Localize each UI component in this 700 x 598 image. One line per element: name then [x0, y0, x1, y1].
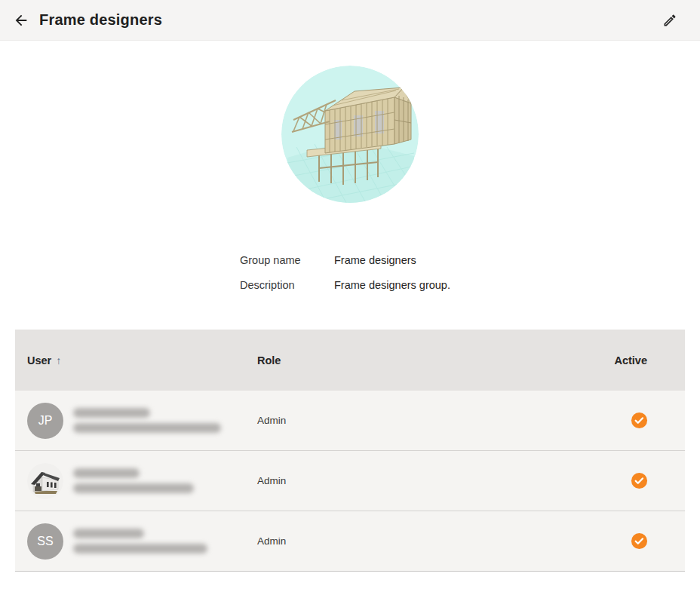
house-photo-avatar [27, 463, 63, 499]
table-header: User ↑ Role Active [15, 330, 685, 391]
table-row[interactable]: JP Admin [15, 391, 685, 451]
redacted-user-email [73, 423, 221, 433]
column-header-role[interactable]: Role [257, 354, 582, 366]
avatar: JP [27, 403, 63, 439]
pencil-icon [662, 13, 677, 28]
members-table: User ↑ Role Active JP Admin [15, 330, 685, 572]
description-value: Frame designers group. [334, 279, 450, 292]
description-label: Description [240, 279, 334, 292]
arrow-left-icon [13, 12, 29, 29]
group-name-value: Frame designers [334, 254, 416, 267]
top-app-bar: Frame designers [0, 0, 700, 41]
avatar-initials: SS [37, 535, 53, 548]
group-name-label: Group name [240, 254, 334, 267]
table-row[interactable]: Admin [15, 451, 685, 511]
avatar-initials: JP [38, 414, 53, 428]
avatar [27, 463, 63, 499]
redacted-user-name [73, 408, 150, 418]
role-value: Admin [257, 475, 582, 486]
redacted-user-name [73, 529, 144, 538]
group-avatar [281, 66, 419, 203]
active-check-icon [631, 412, 648, 429]
back-button[interactable] [8, 7, 35, 34]
redacted-user-name [73, 468, 140, 478]
active-check-icon [631, 532, 648, 550]
sort-asc-icon: ↑ [56, 354, 61, 366]
edit-button[interactable] [656, 7, 683, 34]
page-title: Frame designers [39, 11, 162, 29]
role-value: Admin [257, 415, 582, 426]
role-value: Admin [257, 535, 582, 547]
table-row[interactable]: SS Admin [15, 511, 685, 572]
active-check-icon [631, 472, 648, 489]
redacted-user-email [73, 544, 207, 554]
redacted-user-email [73, 483, 194, 493]
group-info: Group name Frame designers Description F… [0, 254, 700, 292]
avatar: SS [27, 523, 63, 560]
column-header-user[interactable]: User ↑ [27, 354, 257, 366]
column-header-active[interactable]: Active [614, 354, 673, 366]
